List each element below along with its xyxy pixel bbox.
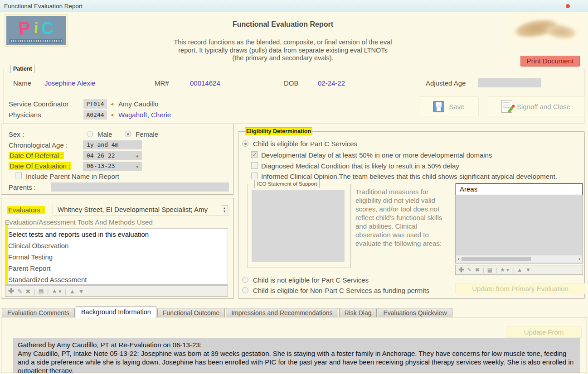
tab-impressions-recommendations[interactable]: Impressions and Recommendations xyxy=(226,308,338,318)
paste-icon[interactable]: ▤ xyxy=(39,288,44,295)
areas-panel[interactable]: Areas ‹ › xyxy=(455,183,583,264)
non-part-c-label[interactable]: Child is eligible for Non-Part C Service… xyxy=(253,287,429,294)
favorites-caret-icon[interactable]: ▾ xyxy=(58,288,62,295)
toolbar-separator: | xyxy=(64,288,66,295)
signoff-document-pencil-icon xyxy=(501,100,512,113)
tab-functional-outcome[interactable]: Functional Outcome xyxy=(157,308,225,318)
edit-icon[interactable]: ✎ xyxy=(467,267,472,273)
tools-list-header[interactable]: Select tests and reports used in this ev… xyxy=(5,229,228,240)
dob-label: DOB xyxy=(284,79,299,87)
dob-value[interactable]: 02-24-22 xyxy=(318,79,345,87)
logo-tagline-strip xyxy=(10,39,63,43)
service-coordinator-lookup-icon[interactable]: ◄ xyxy=(110,101,114,106)
background-text-line: Gathered by Amy Caudillo, PT at Re-Evalu… xyxy=(18,340,575,349)
date-of-referral-input[interactable]: 04-26-22 xyxy=(83,151,142,160)
include-parent-name-label[interactable]: Include Parent Name in Report xyxy=(26,173,119,180)
developmental-delay-label[interactable]: Developmental Delay of at least 50% in o… xyxy=(261,151,492,159)
not-eligible-radio[interactable] xyxy=(242,277,248,283)
service-coordinator-name: Amy Caudillo xyxy=(118,100,158,108)
signoff-and-close-button[interactable]: Signoff and Close xyxy=(487,96,585,116)
background-information-textarea[interactable]: Gathered by Amy Caudillo, PT at Re-Evalu… xyxy=(13,338,580,373)
edit-icon[interactable]: ✎ xyxy=(17,288,22,295)
non-part-c-radio[interactable] xyxy=(242,287,248,293)
include-parent-name-checkbox[interactable] xyxy=(15,173,22,179)
spinner-up-icon[interactable]: ▲ xyxy=(223,206,226,210)
date-of-evaluation-label: Date Of Evaluation : xyxy=(9,162,71,170)
referral-date-picker-icon[interactable]: ◄ xyxy=(135,153,139,158)
move-down-icon[interactable]: ▼ xyxy=(525,267,531,273)
description-line: This record functions as the blended, co… xyxy=(147,38,419,47)
demographics-panel: Sex : Male Female Chronological Age : 1y… xyxy=(1,124,234,195)
patient-section: Patient Name Josephine Alexie MR# 000146… xyxy=(4,69,584,124)
tools-list-item[interactable]: Formal Testing xyxy=(5,251,228,263)
paste-icon[interactable]: ▤ xyxy=(487,267,492,273)
service-coordinator-code-input[interactable]: PT014 xyxy=(83,99,107,109)
physician-name[interactable]: Wagahoft, Cherie xyxy=(118,111,171,119)
informed-clinical-opinion-label[interactable]: Informed Clinical Opinion.The team belie… xyxy=(261,173,557,180)
eligible-part-c-radio[interactable] xyxy=(242,140,248,147)
ico-statement-textarea[interactable] xyxy=(252,190,345,262)
sex-female-radio[interactable] xyxy=(125,131,131,137)
diagnosed-condition-label[interactable]: Diagnosed Medical Condition that is like… xyxy=(261,162,459,170)
sex-male-radio[interactable] xyxy=(87,131,93,137)
physician-code-input[interactable]: A0244 xyxy=(83,110,107,120)
ico-statement-legend: ICO Statement of Support xyxy=(254,180,320,188)
scrollbar-thumb[interactable] xyxy=(462,257,531,261)
evaluators-spinner[interactable]: ▲ ▼ xyxy=(221,205,228,214)
update-from-evaluations-button[interactable]: Update From Evaluation(s) xyxy=(506,326,582,338)
evaluators-combobox[interactable]: Whitney Street, EI Developmental Special… xyxy=(53,204,229,216)
tools-listbox[interactable]: Select tests and reports used in this ev… xyxy=(5,228,228,284)
delete-icon[interactable]: ✖ xyxy=(25,288,30,295)
move-up-icon[interactable]: ▲ xyxy=(517,267,522,273)
delete-icon[interactable]: ✖ xyxy=(475,267,480,273)
eligibility-section: Eligibility Determination Child is eligi… xyxy=(238,131,585,299)
toolbar-separator: | xyxy=(496,267,497,273)
not-eligible-label[interactable]: Child is not eligible for Part C Service… xyxy=(253,276,369,284)
pic-logo-image: P i C xyxy=(6,16,66,45)
scroll-left-icon[interactable]: ‹ xyxy=(458,256,460,262)
spinner-down-icon[interactable]: ▼ xyxy=(223,210,226,213)
save-button-label: Save xyxy=(449,103,464,110)
evaluation-date-picker-icon[interactable]: ◄ xyxy=(135,164,139,169)
diagnosed-condition-checkbox[interactable] xyxy=(251,162,258,169)
sex-female-label[interactable]: Female xyxy=(136,130,158,138)
mr-label: MR# xyxy=(155,79,169,87)
mr-value[interactable]: 00014624 xyxy=(190,79,220,87)
description-line: (the primary and secondary evals). xyxy=(147,54,419,62)
adjusted-age-input[interactable] xyxy=(478,78,541,87)
tab-evaluations-quickview[interactable]: Evaluations Quickview xyxy=(378,308,452,318)
physician-lookup-icon[interactable]: ◄ xyxy=(110,112,114,117)
add-icon[interactable]: ✚ xyxy=(8,289,14,293)
patient-name-value[interactable]: Josephine Alexie xyxy=(44,79,96,87)
tab-risk-diag[interactable]: Risk Diag xyxy=(339,308,377,318)
toolbar-separator: | xyxy=(512,267,514,273)
tab-evaluation-comments[interactable]: Evaluation Comments xyxy=(2,308,75,318)
favorites-icon[interactable]: ★ xyxy=(500,267,505,273)
logo-letter-c: C xyxy=(41,18,54,38)
move-up-icon[interactable]: ▲ xyxy=(69,288,75,295)
favorites-caret-icon[interactable]: ▾ xyxy=(506,267,509,273)
favorites-icon[interactable]: ★ xyxy=(52,288,57,295)
print-document-button[interactable]: Print Document xyxy=(520,56,580,67)
save-button[interactable]: Save xyxy=(419,96,479,116)
physicians-label: Physicians xyxy=(9,111,41,119)
scroll-right-icon[interactable]: › xyxy=(578,256,580,262)
evaluators-panel: Evaluators : Whitney Street, EI Developm… xyxy=(1,198,234,299)
tools-list-item[interactable]: Standardized Assessment xyxy=(5,274,228,285)
areas-hscrollbar[interactable]: ‹ › xyxy=(456,255,582,263)
update-from-primary-evaluation-button[interactable]: Update from Primary Evaluation xyxy=(455,283,585,294)
tools-list-item[interactable]: Clinical Observation xyxy=(5,240,228,251)
date-of-evaluation-input[interactable]: 06-13-23 xyxy=(83,162,142,171)
eligible-part-c-label[interactable]: Child is eligible for Part C Services xyxy=(253,140,357,148)
move-down-icon[interactable]: ▼ xyxy=(78,288,84,295)
informed-clinical-opinion-checkbox[interactable] xyxy=(251,173,258,179)
add-icon[interactable]: ✚ xyxy=(458,268,464,272)
tools-list-item[interactable]: Parent Report xyxy=(5,263,228,274)
traditional-measures-text: Traditional measures for eligibility did… xyxy=(355,187,453,248)
sex-male-label[interactable]: Male xyxy=(97,130,112,138)
parents-input[interactable] xyxy=(51,182,229,192)
window-title: Functional Evaluation Report xyxy=(4,3,83,10)
developmental-delay-checkbox[interactable] xyxy=(251,151,258,158)
evaluators-label: Evaluators : xyxy=(7,206,45,214)
tab-background-information[interactable]: Background Information xyxy=(76,306,156,318)
